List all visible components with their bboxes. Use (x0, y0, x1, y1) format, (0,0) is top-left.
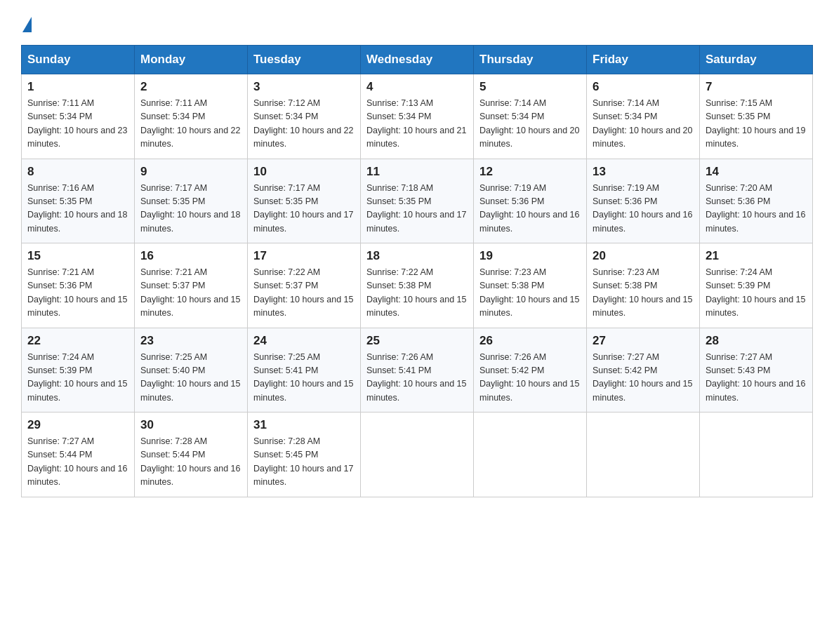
day-number: 2 (140, 80, 241, 94)
day-number: 30 (140, 418, 241, 432)
calendar-cell (474, 412, 587, 497)
calendar-cell: 17 Sunrise: 7:22 AMSunset: 5:37 PMDaylig… (248, 243, 361, 328)
day-info: Sunrise: 7:26 AMSunset: 5:41 PMDaylight:… (366, 352, 466, 403)
day-info: Sunrise: 7:28 AMSunset: 5:44 PMDaylight:… (140, 436, 240, 487)
day-number: 29 (27, 418, 128, 432)
day-number: 23 (140, 334, 241, 348)
day-info: Sunrise: 7:21 AMSunset: 5:37 PMDaylight:… (140, 267, 240, 318)
calendar-week-3: 15 Sunrise: 7:21 AMSunset: 5:36 PMDaylig… (22, 243, 813, 328)
calendar-cell (361, 412, 474, 497)
calendar-header: SundayMondayTuesdayWednesdayThursdayFrid… (22, 46, 813, 74)
day-info: Sunrise: 7:11 AMSunset: 5:34 PMDaylight:… (140, 98, 240, 149)
day-info: Sunrise: 7:17 AMSunset: 5:35 PMDaylight:… (253, 183, 353, 234)
calendar-cell: 21 Sunrise: 7:24 AMSunset: 5:39 PMDaylig… (700, 243, 813, 328)
header-day-sunday: Sunday (22, 46, 135, 74)
day-info: Sunrise: 7:25 AMSunset: 5:40 PMDaylight:… (140, 352, 240, 403)
calendar-cell: 7 Sunrise: 7:15 AMSunset: 5:35 PMDayligh… (700, 74, 813, 159)
calendar-cell: 9 Sunrise: 7:17 AMSunset: 5:35 PMDayligh… (135, 159, 248, 243)
day-info: Sunrise: 7:20 AMSunset: 5:36 PMDaylight:… (706, 183, 805, 234)
day-number: 16 (140, 249, 241, 263)
calendar-cell: 4 Sunrise: 7:13 AMSunset: 5:34 PMDayligh… (361, 74, 474, 159)
day-number: 27 (593, 334, 694, 348)
day-info: Sunrise: 7:19 AMSunset: 5:36 PMDaylight:… (479, 183, 579, 234)
calendar-cell: 23 Sunrise: 7:25 AMSunset: 5:40 PMDaylig… (135, 328, 248, 412)
day-info: Sunrise: 7:27 AMSunset: 5:42 PMDaylight:… (593, 352, 692, 403)
calendar-week-2: 8 Sunrise: 7:16 AMSunset: 5:35 PMDayligh… (22, 159, 813, 243)
day-number: 15 (27, 249, 128, 263)
calendar-cell: 24 Sunrise: 7:25 AMSunset: 5:41 PMDaylig… (248, 328, 361, 412)
calendar-cell: 30 Sunrise: 7:28 AMSunset: 5:44 PMDaylig… (135, 412, 248, 497)
day-number: 4 (366, 80, 468, 94)
day-number: 17 (253, 249, 355, 263)
day-info: Sunrise: 7:25 AMSunset: 5:41 PMDaylight:… (253, 352, 353, 403)
calendar-cell: 25 Sunrise: 7:26 AMSunset: 5:41 PMDaylig… (361, 328, 474, 412)
day-info: Sunrise: 7:23 AMSunset: 5:38 PMDaylight:… (479, 267, 579, 318)
day-number: 19 (479, 249, 581, 263)
header-day-tuesday: Tuesday (248, 46, 361, 74)
calendar-cell: 16 Sunrise: 7:21 AMSunset: 5:37 PMDaylig… (135, 243, 248, 328)
day-info: Sunrise: 7:18 AMSunset: 5:35 PMDaylight:… (366, 183, 466, 234)
calendar-cell: 8 Sunrise: 7:16 AMSunset: 5:35 PMDayligh… (22, 159, 135, 243)
day-info: Sunrise: 7:14 AMSunset: 5:34 PMDaylight:… (479, 98, 579, 149)
calendar-cell: 3 Sunrise: 7:12 AMSunset: 5:34 PMDayligh… (248, 74, 361, 159)
day-number: 9 (140, 165, 241, 179)
header-day-thursday: Thursday (474, 46, 587, 74)
day-info: Sunrise: 7:26 AMSunset: 5:42 PMDaylight:… (479, 352, 579, 403)
calendar-cell: 1 Sunrise: 7:11 AMSunset: 5:34 PMDayligh… (22, 74, 135, 159)
day-number: 1 (27, 80, 128, 94)
day-number: 13 (593, 165, 694, 179)
day-info: Sunrise: 7:27 AMSunset: 5:44 PMDaylight:… (27, 436, 127, 487)
calendar-table: SundayMondayTuesdayWednesdayThursdayFrid… (21, 45, 813, 497)
calendar-cell: 27 Sunrise: 7:27 AMSunset: 5:42 PMDaylig… (587, 328, 700, 412)
day-number: 31 (253, 418, 355, 432)
calendar-cell: 26 Sunrise: 7:26 AMSunset: 5:42 PMDaylig… (474, 328, 587, 412)
calendar-cell: 12 Sunrise: 7:19 AMSunset: 5:36 PMDaylig… (474, 159, 587, 243)
day-number: 10 (253, 165, 355, 179)
calendar-week-4: 22 Sunrise: 7:24 AMSunset: 5:39 PMDaylig… (22, 328, 813, 412)
calendar-cell: 10 Sunrise: 7:17 AMSunset: 5:35 PMDaylig… (248, 159, 361, 243)
header-day-wednesday: Wednesday (361, 46, 474, 74)
day-number: 14 (706, 165, 807, 179)
calendar-cell: 11 Sunrise: 7:18 AMSunset: 5:35 PMDaylig… (361, 159, 474, 243)
calendar-cell: 22 Sunrise: 7:24 AMSunset: 5:39 PMDaylig… (22, 328, 135, 412)
day-info: Sunrise: 7:22 AMSunset: 5:38 PMDaylight:… (366, 267, 466, 318)
day-info: Sunrise: 7:15 AMSunset: 5:35 PMDaylight:… (706, 98, 805, 149)
calendar-cell: 2 Sunrise: 7:11 AMSunset: 5:34 PMDayligh… (135, 74, 248, 159)
day-info: Sunrise: 7:27 AMSunset: 5:43 PMDaylight:… (706, 352, 805, 403)
header-day-saturday: Saturday (700, 46, 813, 74)
calendar-cell: 13 Sunrise: 7:19 AMSunset: 5:36 PMDaylig… (587, 159, 700, 243)
day-number: 7 (706, 80, 807, 94)
day-number: 12 (479, 165, 581, 179)
page-header (21, 14, 813, 32)
calendar-cell: 19 Sunrise: 7:23 AMSunset: 5:38 PMDaylig… (474, 243, 587, 328)
header-row: SundayMondayTuesdayWednesdayThursdayFrid… (22, 46, 813, 74)
day-info: Sunrise: 7:12 AMSunset: 5:34 PMDaylight:… (253, 98, 353, 149)
calendar-cell: 28 Sunrise: 7:27 AMSunset: 5:43 PMDaylig… (700, 328, 813, 412)
day-info: Sunrise: 7:17 AMSunset: 5:35 PMDaylight:… (140, 183, 240, 234)
day-number: 28 (706, 334, 807, 348)
day-info: Sunrise: 7:24 AMSunset: 5:39 PMDaylight:… (706, 267, 805, 318)
calendar-cell: 14 Sunrise: 7:20 AMSunset: 5:36 PMDaylig… (700, 159, 813, 243)
day-info: Sunrise: 7:11 AMSunset: 5:34 PMDaylight:… (27, 98, 127, 149)
day-info: Sunrise: 7:16 AMSunset: 5:35 PMDaylight:… (27, 183, 127, 234)
day-number: 24 (253, 334, 355, 348)
day-info: Sunrise: 7:24 AMSunset: 5:39 PMDaylight:… (27, 352, 127, 403)
calendar-cell (587, 412, 700, 497)
day-number: 22 (27, 334, 128, 348)
day-info: Sunrise: 7:28 AMSunset: 5:45 PMDaylight:… (253, 436, 353, 487)
day-info: Sunrise: 7:23 AMSunset: 5:38 PMDaylight:… (593, 267, 692, 318)
calendar-cell: 18 Sunrise: 7:22 AMSunset: 5:38 PMDaylig… (361, 243, 474, 328)
day-number: 6 (593, 80, 694, 94)
day-number: 8 (27, 165, 128, 179)
day-number: 26 (479, 334, 581, 348)
day-number: 5 (479, 80, 581, 94)
day-number: 20 (593, 249, 694, 263)
logo (21, 14, 32, 32)
day-info: Sunrise: 7:19 AMSunset: 5:36 PMDaylight:… (593, 183, 692, 234)
day-number: 25 (366, 334, 468, 348)
calendar-body: 1 Sunrise: 7:11 AMSunset: 5:34 PMDayligh… (22, 74, 813, 497)
calendar-cell: 20 Sunrise: 7:23 AMSunset: 5:38 PMDaylig… (587, 243, 700, 328)
calendar-cell: 15 Sunrise: 7:21 AMSunset: 5:36 PMDaylig… (22, 243, 135, 328)
day-info: Sunrise: 7:14 AMSunset: 5:34 PMDaylight:… (593, 98, 692, 149)
day-number: 18 (366, 249, 468, 263)
